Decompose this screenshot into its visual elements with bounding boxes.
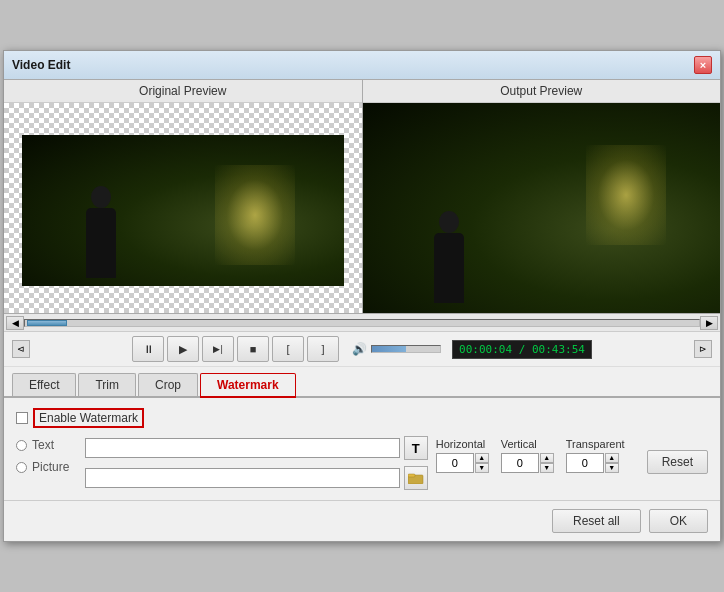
transparent-label: Transparent (566, 438, 625, 450)
browse-picture-button[interactable] (404, 466, 428, 490)
transparent-input[interactable] (566, 453, 604, 473)
picture-radio-label: Picture (32, 460, 77, 474)
tab-watermark[interactable]: Watermark (200, 373, 296, 398)
output-scene (363, 103, 721, 313)
vertical-input[interactable] (501, 453, 539, 473)
horizontal-input[interactable] (436, 453, 474, 473)
picture-path-input[interactable] (85, 468, 400, 488)
horizontal-group: Horizontal ▲ ▼ (436, 438, 489, 473)
svg-rect-1 (408, 474, 415, 477)
original-preview-label: Original Preview (4, 80, 362, 103)
timeline-thumb[interactable] (27, 320, 67, 326)
picture-radio-row: Picture (16, 460, 77, 474)
vertical-input-row: ▲ ▼ (501, 453, 554, 473)
text-radio-button[interactable] (16, 440, 27, 451)
transparent-up-button[interactable]: ▲ (605, 453, 619, 463)
wm-options-row: Text Picture T (16, 436, 708, 490)
ok-button[interactable]: OK (649, 509, 708, 533)
output-figure-head (439, 211, 459, 233)
output-video (363, 103, 721, 313)
tabs-row: Effect Trim Crop Watermark (4, 367, 720, 398)
stop-button[interactable]: ■ (237, 336, 269, 362)
scroll-right-button[interactable]: ▶ (700, 316, 718, 330)
preview-section: Original Preview Output Preview (4, 80, 720, 314)
light-glow (215, 165, 295, 265)
volume-fill (372, 346, 406, 352)
picture-radio-button[interactable] (16, 462, 27, 473)
wm-radio-group: Text Picture (16, 438, 77, 474)
picture-input-row (85, 466, 428, 490)
forward-end-button[interactable]: ⊳ (694, 340, 712, 358)
horizontal-label: Horizontal (436, 438, 486, 450)
vertical-down-button[interactable]: ▼ (540, 463, 554, 473)
output-figure-silhouette (434, 233, 464, 303)
output-preview-label: Output Preview (363, 80, 721, 103)
window-title: Video Edit (12, 58, 70, 72)
text-format-button[interactable]: T (404, 436, 428, 460)
transparent-spin: ▲ ▼ (605, 453, 619, 473)
figure-head (91, 186, 111, 208)
transparent-down-button[interactable]: ▼ (605, 463, 619, 473)
original-preview-panel: Original Preview (4, 80, 363, 313)
text-watermark-input[interactable] (85, 438, 400, 458)
output-preview-panel: Output Preview (363, 80, 721, 313)
horizontal-input-row: ▲ ▼ (436, 453, 489, 473)
vertical-spin: ▲ ▼ (540, 453, 554, 473)
horizontal-up-button[interactable]: ▲ (475, 453, 489, 463)
title-bar: Video Edit × (4, 51, 720, 80)
figure-silhouette (86, 208, 116, 278)
vertical-group: Vertical ▲ ▼ (501, 438, 554, 473)
vertical-label: Vertical (501, 438, 537, 450)
tab-trim[interactable]: Trim (78, 373, 136, 396)
play-button[interactable]: ▶ (167, 336, 199, 362)
original-video (4, 103, 362, 313)
enable-watermark-label: Enable Watermark (33, 408, 144, 428)
scroll-left-button[interactable]: ◀ (6, 316, 24, 330)
pause-button[interactable]: ⏸ (132, 336, 164, 362)
horizontal-down-button[interactable]: ▼ (475, 463, 489, 473)
close-button[interactable]: × (694, 56, 712, 74)
wm-inputs: T (85, 436, 428, 490)
scene-background (22, 135, 344, 286)
watermark-panel: Enable Watermark Text Picture T (4, 398, 720, 500)
next-frame-button[interactable]: ▶| (202, 336, 234, 362)
mark-out-button[interactable]: ] (307, 336, 339, 362)
timeline-track[interactable] (24, 319, 700, 327)
mark-in-button[interactable]: [ (272, 336, 304, 362)
volume-icon: 🔊 (352, 342, 367, 356)
position-section: Horizontal ▲ ▼ Vertical ▲ (436, 436, 708, 474)
transparent-input-row: ▲ ▼ (566, 453, 619, 473)
enable-watermark-checkbox[interactable] (16, 412, 28, 424)
tab-crop[interactable]: Crop (138, 373, 198, 396)
enable-watermark-row: Enable Watermark (16, 408, 708, 428)
reset-all-button[interactable]: Reset all (552, 509, 641, 533)
rewind-start-button[interactable]: ⊲ (12, 340, 30, 358)
video-frame (22, 135, 344, 286)
time-display: 00:00:04 / 00:43:54 (452, 340, 592, 359)
transparent-group: Transparent ▲ ▼ (566, 438, 625, 473)
horizontal-spin: ▲ ▼ (475, 453, 489, 473)
vertical-up-button[interactable]: ▲ (540, 453, 554, 463)
text-radio-label: Text (32, 438, 77, 452)
output-light-glow (586, 145, 666, 245)
bottom-bar: Reset all OK (4, 500, 720, 541)
playback-controls: ⊲ ⏸ ▶ ▶| ■ [ ] 🔊 00:00:04 / 00:43:54 ⊳ (4, 332, 720, 367)
tab-effect[interactable]: Effect (12, 373, 76, 396)
volume-slider[interactable] (371, 345, 441, 353)
reset-button[interactable]: Reset (647, 450, 708, 474)
video-edit-window: Video Edit × Original Preview Output Pre… (3, 50, 721, 542)
timeline-scrollbar-area: ◀ ▶ (4, 314, 720, 332)
volume-area: 🔊 (352, 342, 441, 356)
text-input-row: T (85, 436, 428, 460)
playback-buttons: ⏸ ▶ ▶| ■ [ ] 🔊 00:00:04 / 00:43:54 (132, 336, 592, 362)
text-radio-row: Text (16, 438, 77, 452)
